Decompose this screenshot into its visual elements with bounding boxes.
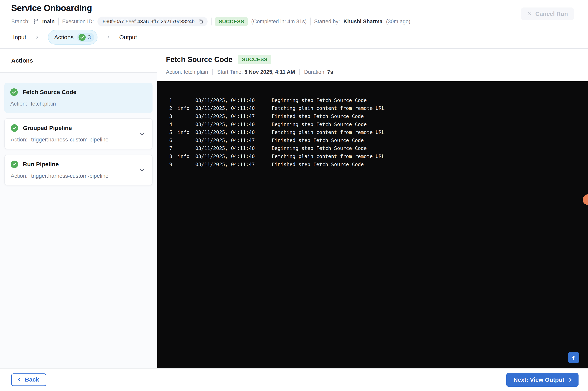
action-card-fetch-source-code[interactable]: Fetch Source Code Action: fetch:plain: [4, 83, 153, 113]
log-line-number: 5: [169, 129, 178, 135]
chevron-right-icon: [568, 377, 573, 383]
action-card-title: Grouped Pipeline: [23, 125, 72, 131]
log-timestamp: 03/11/2025, 04:11:40: [195, 98, 272, 103]
copy-icon[interactable]: [198, 19, 204, 24]
next-view-output-button[interactable]: Next: View Output: [506, 373, 579, 387]
log-message: Beginning step Fetch Source Code: [272, 145, 367, 151]
footer: Back Next: View Output: [0, 368, 588, 391]
workflow-execution-page: Service Onboarding Branch: main Executio…: [0, 0, 588, 391]
log-timestamp: 03/11/2025, 04:11:47: [195, 137, 272, 143]
log-line-number: 3: [169, 113, 178, 119]
card-title-row: Grouped Pipeline: [11, 124, 146, 132]
card-title-row: Fetch Source Code: [10, 88, 147, 96]
actions-count: 3: [88, 34, 91, 41]
annotation-marker-dot[interactable]: [583, 194, 588, 205]
log-level: info: [178, 105, 195, 111]
started-by-name: Khushi Sharma: [344, 18, 383, 25]
chevron-left-icon: [17, 377, 22, 382]
scroll-to-top-button[interactable]: [568, 352, 579, 363]
log-line: 903/11/2025, 04:11:47Finished step Fetch…: [169, 160, 588, 169]
log-timestamp: 03/11/2025, 04:11:47: [195, 113, 272, 119]
log-line-number: 2: [169, 105, 178, 111]
detail-panel: Fetch Source Code SUCCESS Action: fetch:…: [157, 49, 588, 368]
tab-input[interactable]: Input: [13, 34, 26, 41]
log-message: Finished step Fetch Source Code: [272, 162, 364, 167]
detail-title-row: Fetch Source Code SUCCESS: [166, 55, 588, 64]
card-title-row: Run Pipeline: [11, 161, 146, 168]
check-circle-icon: [79, 34, 86, 41]
log-message: Finished step Fetch Source Code: [272, 137, 364, 143]
tab-output[interactable]: Output: [119, 34, 137, 41]
log-line-number: 9: [169, 162, 178, 167]
detail-start-time: Start Time: 3 Nov 2025, 4:11 AM: [217, 69, 295, 75]
log-timestamp: 03/11/2025, 04:11:40: [195, 129, 272, 135]
log-line-number: 7: [169, 145, 178, 151]
sidebar-header: Actions: [0, 49, 157, 73]
execution-id-pill: 660f50a7-5eef-43a6-9ff7-2a2179c3824b: [98, 16, 207, 26]
action-label: Action:: [11, 136, 28, 143]
detail-meta-row: Action: fetch:plain Start Time: 3 Nov 20…: [166, 69, 588, 75]
chevron-down-icon[interactable]: [139, 167, 145, 173]
log-line: 603/11/2025, 04:11:47Finished step Fetch…: [169, 136, 588, 144]
log-message: Fetching plain content from remote URL: [272, 129, 385, 135]
card-action-row: Action: fetch:plain: [10, 100, 147, 107]
action-label: Action:: [11, 173, 28, 179]
action-value: trigger:harness-custom-pipeline: [31, 136, 108, 143]
execution-id-label: Execution ID:: [62, 18, 94, 25]
divider: [212, 69, 213, 75]
action-value: trigger:harness-custom-pipeline: [31, 173, 108, 179]
divider: [299, 69, 300, 75]
stepper: Input Actions 3 Output: [0, 26, 588, 49]
chevron-right-icon: [35, 35, 39, 39]
check-circle-icon: [11, 161, 18, 168]
execution-meta-row: Branch: main Execution ID: 660f50a7-5eef…: [11, 16, 588, 26]
drawer-edge-divider: [2, 0, 2, 368]
log-line-number: 4: [169, 121, 178, 127]
log-console[interactable]: 103/11/2025, 04:11:40Beginning step Fetc…: [157, 81, 588, 368]
status-badge: SUCCESS: [215, 17, 248, 26]
log-line: 403/11/2025, 04:11:40Beginning step Fetc…: [169, 120, 588, 128]
action-card-title: Fetch Source Code: [22, 89, 76, 96]
log-message: Beginning step Fetch Source Code: [272, 121, 367, 127]
branch-name: main: [42, 18, 55, 25]
sidebar-heading: Actions: [11, 57, 33, 64]
log-timestamp: 03/11/2025, 04:11:40: [195, 145, 272, 151]
chevron-down-icon[interactable]: [139, 130, 145, 137]
log-line: 5info03/11/2025, 04:11:40Fetching plain …: [169, 128, 588, 136]
detail-header: Fetch Source Code SUCCESS Action: fetch:…: [157, 49, 588, 81]
check-circle-icon: [11, 124, 18, 132]
detail-action: Action: fetch:plain: [166, 69, 208, 75]
actions-sidebar: Actions Fetch Source Code Action: fetch:…: [0, 49, 157, 368]
cancel-run-label: Cancel Run: [535, 10, 568, 17]
log-line: 303/11/2025, 04:11:47Finished step Fetch…: [169, 112, 588, 120]
action-card-run-pipeline[interactable]: Run Pipeline Action: trigger:harness-cus…: [4, 155, 153, 186]
action-card-grouped-pipeline[interactable]: Grouped Pipeline Action: trigger:harness…: [4, 118, 153, 149]
action-card-title: Run Pipeline: [23, 161, 59, 168]
log-message: Finished step Fetch Source Code: [272, 113, 364, 119]
log-timestamp: 03/11/2025, 04:11:47: [195, 162, 272, 167]
back-button[interactable]: Back: [11, 374, 46, 386]
card-action-row: Action: trigger:harness-custom-pipeline: [11, 136, 146, 143]
chevron-right-icon: [106, 35, 110, 39]
arrow-up-icon: [571, 355, 577, 361]
tab-actions[interactable]: Actions 3: [48, 30, 98, 45]
log-message: Beginning step Fetch Source Code: [272, 98, 367, 103]
action-value: fetch:plain: [31, 100, 56, 107]
log-timestamp: 03/11/2025, 04:11:40: [195, 105, 272, 111]
divider: [310, 17, 310, 25]
actions-count-badge: 3: [77, 33, 94, 42]
log-line: 8info03/11/2025, 04:11:40Fetching plain …: [169, 152, 588, 160]
cancel-run-button[interactable]: Cancel Run: [521, 7, 574, 20]
log-message: Fetching plain content from remote URL: [272, 153, 385, 159]
divider: [211, 17, 211, 25]
detail-duration: Duration: 7s: [304, 69, 333, 75]
action-label: Action:: [10, 100, 27, 107]
log-line-number: 1: [169, 98, 178, 103]
execution-id-value: 660f50a7-5eef-43a6-9ff7-2a2179c3824b: [102, 18, 195, 25]
tab-actions-label: Actions: [54, 34, 74, 41]
divider: [58, 17, 59, 25]
log-timestamp: 03/11/2025, 04:11:40: [195, 121, 272, 127]
log-line: 2info03/11/2025, 04:11:40Fetching plain …: [169, 104, 588, 112]
started-ago-text: (30m ago): [386, 18, 410, 25]
check-circle-icon: [10, 88, 18, 96]
